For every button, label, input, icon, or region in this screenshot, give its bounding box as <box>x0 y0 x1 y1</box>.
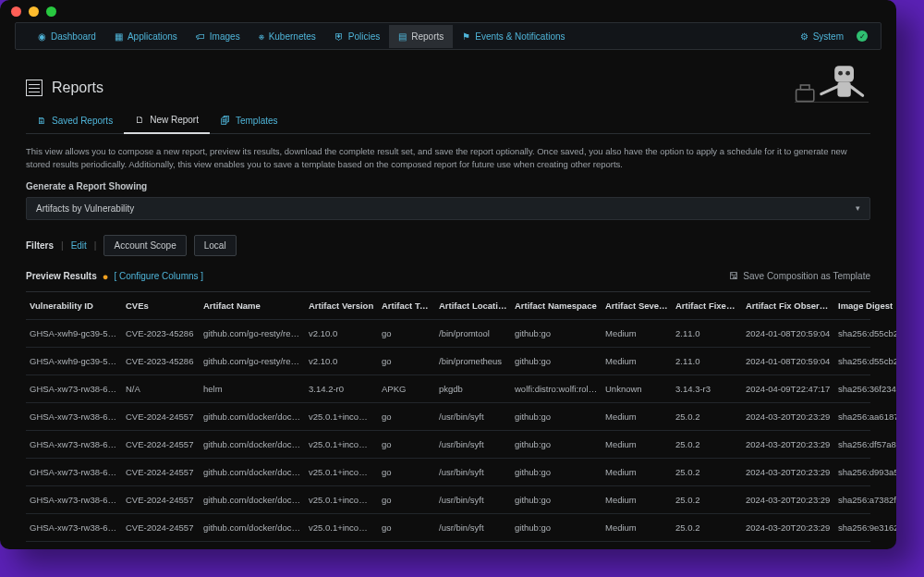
nav-label: Kubernetes <box>269 31 316 42</box>
cell-dig: sha256:df57a8b2d0 <box>838 439 896 449</box>
subtab-saved-reports[interactable]: 🗎 Saved Reports <box>26 107 124 133</box>
nav-item-events-notifications[interactable]: ⚑Events & Notifications <box>453 25 574 48</box>
generate-label: Generate a Report Showing <box>26 181 870 191</box>
column-header[interactable]: Artifact Version <box>309 301 378 311</box>
cell-sev: Medium <box>605 495 672 505</box>
subtab-new-report[interactable]: 🗋 New Report <box>124 107 210 134</box>
cell-loc: /bin/prometheus <box>439 356 511 366</box>
chip-account-scope[interactable]: Account Scope <box>103 235 186 256</box>
cell-ver: v2.10.0 <box>309 356 378 366</box>
column-header[interactable]: Artifact Fixed In <box>675 301 742 311</box>
cell-loc: /bin/promtool <box>439 328 511 338</box>
cell-cves: CVE-2024-24557 <box>126 522 200 533</box>
reports-page-icon <box>26 80 43 96</box>
save-template-button[interactable]: 🖫 Save Composition as Template <box>729 271 870 281</box>
svg-rect-2 <box>834 66 854 82</box>
column-header[interactable]: Vulnerability ID <box>30 301 122 311</box>
kubernetes-icon: ⎈ <box>259 31 264 42</box>
nav-system[interactable]: ⚙ System <box>795 25 849 48</box>
cell-type: APKG <box>382 384 435 394</box>
titlebar <box>0 0 896 22</box>
cell-ns: wolfi:distro:wolfi:rolling <box>515 384 602 394</box>
cell-sev: Medium <box>605 411 672 422</box>
table-row[interactable]: GHSA-xw73-rw38-6vjcCVE-2024-24557github.… <box>26 403 870 431</box>
table-row[interactable]: GHSA-xw73-rw38-6vjcCVE-2024-24557github.… <box>26 459 870 486</box>
cell-obs: 2024-03-20T20:23:29 <box>746 439 834 449</box>
cell-fix: 2.11.0 <box>675 328 742 338</box>
new-icon: 🗋 <box>135 115 144 125</box>
cell-vid: GHSA-xwh9-gc39-5298 <box>30 328 122 338</box>
table-row[interactable]: GHSA-xw73-rw38-6vjcN/Ahelm3.14.2-r0APKGp… <box>26 375 870 403</box>
nav-label: Dashboard <box>51 31 96 42</box>
images-icon: 🏷 <box>196 31 205 42</box>
results-table: Vulnerability IDCVEsArtifact NameArtifac… <box>26 291 870 550</box>
cell-cves: CVE-2023-45286 <box>126 356 200 366</box>
filter-row: Filters | Edit | Account Scope Local <box>26 235 870 256</box>
cell-vid: GHSA-xw73-rw38-6vjc <box>30 384 122 394</box>
nav-item-dashboard[interactable]: ◉Dashboard <box>29 25 105 48</box>
column-header[interactable]: Image Digest <box>838 301 896 311</box>
column-header[interactable]: Artifact Fix Observed At <box>746 301 834 311</box>
window-maximize-button[interactable] <box>46 6 56 17</box>
app-window: ◉Dashboard▦Applications🏷Images⎈Kubernete… <box>0 0 896 549</box>
cell-type: go <box>382 328 435 338</box>
cell-dig: sha256:d993a5ac02 <box>838 467 896 477</box>
subtab-templates[interactable]: 🗐 Templates <box>210 107 289 133</box>
table-header: Vulnerability IDCVEsArtifact NameArtifac… <box>26 292 870 320</box>
cell-ns: github:go <box>515 495 602 505</box>
svg-point-4 <box>845 71 850 76</box>
nav-item-policies[interactable]: ⛨Policies <box>325 25 389 48</box>
nav-item-kubernetes[interactable]: ⎈Kubernetes <box>249 25 325 48</box>
cell-vid: GHSA-xwh9-gc39-5298 <box>30 356 122 366</box>
table-row[interactable]: GHSA-xw73-rw38-6vjcCVE-2024-24557github.… <box>26 486 870 514</box>
chip-local[interactable]: Local <box>194 235 237 256</box>
cell-type: go <box>382 439 435 449</box>
subtab-templates-label: Templates <box>236 116 278 126</box>
reports-icon: ▤ <box>398 31 407 42</box>
cell-fix: 25.0.2 <box>675 411 742 422</box>
report-type-select[interactable]: Artifacts by Vulnerability ▾ <box>26 197 870 220</box>
table-row[interactable]: GHSA-xw73-rw38-6vjcCVE-2024-24557github.… <box>26 431 870 459</box>
cell-ns: github:go <box>515 522 602 533</box>
table-row[interactable]: GHSA-xwh9-gc39-5298CVE-2023-45286github.… <box>26 320 870 348</box>
table-row[interactable]: GHSA-xwh9-gc39-5298CVE-2023-45286github.… <box>26 348 870 375</box>
filters-label: Filters <box>26 240 54 251</box>
edit-filters-link[interactable]: Edit <box>71 240 87 251</box>
main-navbar: ◉Dashboard▦Applications🏷Images⎈Kubernete… <box>15 22 881 50</box>
status-ok-icon[interactable]: ✓ <box>857 31 868 42</box>
cell-name: github.com/docker/docker <box>203 411 305 422</box>
column-header[interactable]: CVEs <box>126 301 200 311</box>
cell-loc: /usr/bin/syft <box>439 522 511 533</box>
nav-item-reports[interactable]: ▤Reports <box>389 25 453 48</box>
cell-ns: github:go <box>515 356 602 366</box>
view-description: This view allows you to compose a new re… <box>26 145 870 172</box>
table-row[interactable]: GHSA-xw73-rw38-6vjcCVE-2024-24557github.… <box>26 542 870 550</box>
cell-sev: Medium <box>605 439 672 449</box>
column-header[interactable]: Artifact Severity <box>605 301 672 311</box>
cell-type: go <box>382 522 435 533</box>
column-header[interactable]: Artifact Location <box>439 301 511 311</box>
applications-icon: ▦ <box>115 31 123 42</box>
cell-type: go <box>382 467 435 477</box>
configure-columns-link[interactable]: [ Configure Columns ] <box>114 271 203 281</box>
column-header[interactable]: Artifact Type <box>382 301 435 311</box>
cell-ver: v25.0.1+incompatible <box>309 522 378 533</box>
cell-type: go <box>382 356 435 366</box>
cell-cves: CVE-2023-45286 <box>126 328 200 338</box>
nav-item-applications[interactable]: ▦Applications <box>105 25 187 48</box>
column-header[interactable]: Artifact Name <box>203 301 305 311</box>
cell-ns: github:go <box>515 467 602 477</box>
table-row[interactable]: GHSA-xw73-rw38-6vjcCVE-2024-24557github.… <box>26 514 870 542</box>
column-header[interactable]: Artifact Namespace <box>515 301 602 311</box>
window-close-button[interactable] <box>11 6 21 17</box>
cell-ver: v25.0.1+incompatible <box>309 467 378 477</box>
gear-icon: ⚙ <box>800 31 808 42</box>
svg-rect-0 <box>796 90 814 102</box>
events-notifications-icon: ⚑ <box>462 31 470 42</box>
nav-item-images[interactable]: 🏷Images <box>187 25 249 48</box>
cell-sev: Unknown <box>605 384 672 394</box>
cell-sev: Medium <box>605 328 672 338</box>
nav-label: Applications <box>128 31 177 42</box>
window-minimize-button[interactable] <box>29 6 39 17</box>
cell-fix: 25.0.2 <box>675 522 742 533</box>
